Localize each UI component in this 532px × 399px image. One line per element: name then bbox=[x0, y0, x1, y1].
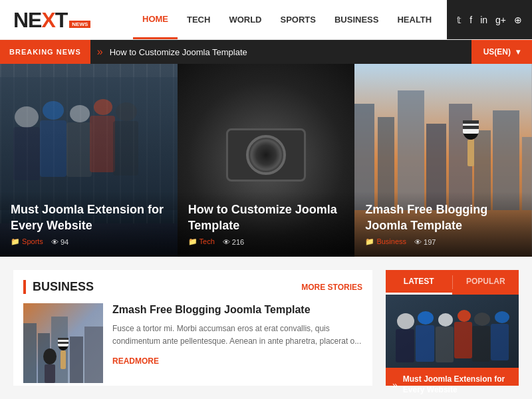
svg-rect-30 bbox=[84, 327, 103, 383]
svg-point-1 bbox=[15, 106, 39, 128]
svg-rect-8 bbox=[66, 122, 92, 177]
lang-label: US(EN) bbox=[483, 47, 511, 57]
hero-panel-3[interactable]: Zmash Free Blogging Joomla Template 📁 Bu… bbox=[354, 64, 532, 257]
svg-rect-22 bbox=[463, 120, 479, 124]
hero-panel-3-category: 📁 Business bbox=[365, 237, 406, 246]
hero-panel-2[interactable]: How to Customize Joomla Template 📁 Tech … bbox=[178, 64, 355, 257]
header: NEXT NEWS HOME TECH WORLD SPORTS BUSINES… bbox=[0, 0, 532, 40]
svg-point-5 bbox=[116, 102, 137, 121]
section-title: BUSINESS bbox=[23, 280, 94, 294]
hero-section: Must Joomla Extension for Every Website … bbox=[0, 64, 532, 257]
sidebar: LATEST POPULAR bbox=[386, 270, 519, 386]
svg-rect-7 bbox=[40, 120, 66, 177]
hero-panel-3-title: Zmash Free Blogging Joomla Template bbox=[365, 202, 521, 233]
svg-point-36 bbox=[43, 348, 57, 364]
svg-point-3 bbox=[70, 105, 90, 122]
nav-world[interactable]: WORLD bbox=[219, 0, 271, 39]
google-plus-icon[interactable]: g+ bbox=[495, 15, 506, 25]
camera-visual bbox=[226, 128, 306, 182]
nav-business[interactable]: BUSINESS bbox=[325, 0, 388, 39]
svg-point-42 bbox=[458, 310, 471, 322]
svg-rect-23 bbox=[463, 126, 479, 129]
sidebar-arrow-icon: » bbox=[392, 380, 398, 390]
logo-text-ne: NEXT bbox=[13, 9, 67, 31]
folder-icon: 📁 bbox=[11, 237, 20, 245]
svg-point-44 bbox=[495, 311, 509, 323]
social-bar: 𝕥 f in g+ ⊕ bbox=[447, 0, 532, 39]
svg-point-2 bbox=[43, 101, 64, 120]
folder-icon-2: 📁 bbox=[188, 237, 198, 245]
logo-area: NEXT NEWS bbox=[0, 9, 133, 31]
nav-tech[interactable]: TECH bbox=[178, 0, 219, 39]
svg-rect-29 bbox=[70, 336, 83, 383]
hero-panel-2-meta: 📁 Tech 👁 216 bbox=[188, 237, 344, 246]
hero-panel-1-category: 📁 Sports bbox=[11, 237, 43, 246]
logo-x: X bbox=[41, 8, 55, 32]
svg-point-40 bbox=[418, 311, 434, 325]
hero-panel-1-overlay: Must Joomla Extension for Every Website … bbox=[0, 192, 178, 257]
eye-icon: 👁 bbox=[51, 238, 59, 246]
svg-rect-50 bbox=[491, 324, 509, 360]
tab-popular[interactable]: POPULAR bbox=[453, 270, 519, 295]
more-stories-link[interactable]: MORE STORIES bbox=[301, 283, 362, 292]
lang-chevron-icon: ▾ bbox=[516, 47, 520, 57]
svg-rect-9 bbox=[90, 116, 115, 172]
article-preview: Zmash Free Blogging Joomla Template Fusc… bbox=[23, 303, 362, 383]
sidebar-article-title: Must Joomla Extension for Every Website bbox=[403, 374, 512, 395]
rss-icon[interactable]: ⊕ bbox=[514, 15, 522, 25]
svg-rect-37 bbox=[45, 364, 55, 383]
hero-panel-2-title: How to Customize Joomla Template bbox=[188, 202, 344, 233]
hero-panel-1-views: 👁 94 bbox=[51, 238, 68, 246]
svg-rect-45 bbox=[396, 329, 414, 362]
logo[interactable]: NEXT NEWS bbox=[13, 9, 133, 31]
nav-home[interactable]: HOME bbox=[133, 0, 178, 39]
thumb-svg bbox=[23, 303, 103, 383]
hero-panel-2-views: 👁 216 bbox=[223, 238, 244, 246]
article-thumbnail[interactable] bbox=[23, 303, 103, 383]
sidebar-image[interactable] bbox=[386, 295, 519, 368]
svg-rect-24 bbox=[467, 140, 474, 166]
hero-panel-2-category: 📁 Tech bbox=[188, 237, 215, 246]
svg-point-41 bbox=[438, 313, 453, 327]
eye-icon-2: 👁 bbox=[223, 238, 230, 246]
section-header: BUSINESS MORE STORIES bbox=[23, 280, 362, 294]
breaking-label: BREAKING NEWS bbox=[0, 40, 90, 64]
hero-panel-1[interactable]: Must Joomla Extension for Every Website … bbox=[0, 64, 178, 257]
svg-rect-35 bbox=[61, 350, 66, 369]
language-button[interactable]: US(EN) ▾ bbox=[471, 40, 532, 64]
main-nav: HOME TECH WORLD SPORTS BUSINESS HEALTH bbox=[133, 0, 447, 39]
logo-badge: NEWS bbox=[69, 21, 90, 28]
svg-rect-26 bbox=[23, 323, 37, 383]
svg-rect-33 bbox=[58, 338, 68, 340]
svg-point-43 bbox=[474, 313, 490, 326]
breaking-arrow-icon: » bbox=[97, 46, 103, 58]
article-title: Zmash Free Blogging Joomla Template bbox=[112, 303, 362, 317]
sidebar-tabs: LATEST POPULAR bbox=[386, 270, 519, 295]
facebook-icon[interactable]: f bbox=[469, 15, 472, 25]
tab-latest[interactable]: LATEST bbox=[386, 270, 452, 295]
svg-rect-6 bbox=[13, 127, 40, 180]
svg-point-4 bbox=[94, 99, 112, 115]
article-body: Zmash Free Blogging Joomla Template Fusc… bbox=[112, 303, 362, 383]
sidebar-image-svg bbox=[386, 295, 519, 368]
readmore-link[interactable]: READMORE bbox=[112, 356, 159, 366]
hero-panel-1-title: Must Joomla Extension for Every Website bbox=[11, 202, 167, 233]
sidebar-article[interactable]: » Must Joomla Extension for Every Websit… bbox=[386, 368, 519, 399]
svg-rect-10 bbox=[113, 121, 138, 176]
eye-icon-3: 👁 bbox=[414, 238, 422, 246]
main-content: BUSINESS MORE STORIES bbox=[13, 270, 372, 386]
svg-rect-47 bbox=[436, 327, 454, 362]
linkedin-icon[interactable]: in bbox=[480, 15, 487, 25]
twitter-icon[interactable]: 𝕥 bbox=[457, 15, 462, 25]
article-excerpt: Fusce a tortor mi. Morbi accumsan eros a… bbox=[112, 323, 362, 348]
nav-health[interactable]: HEALTH bbox=[388, 0, 441, 39]
hero-panel-3-views: 👁 197 bbox=[414, 238, 436, 246]
breaking-news-bar: BREAKING NEWS » How to Customize Joomla … bbox=[0, 40, 532, 64]
folder-icon-3: 📁 bbox=[365, 237, 374, 245]
hero-panel-3-overlay: Zmash Free Blogging Joomla Template 📁 Bu… bbox=[354, 192, 532, 257]
nav-sports[interactable]: SPORTS bbox=[271, 0, 325, 39]
svg-rect-48 bbox=[454, 322, 472, 358]
camera-lens bbox=[246, 135, 286, 175]
content-area: BUSINESS MORE STORIES bbox=[0, 257, 532, 399]
hero-panel-1-meta: 📁 Sports 👁 94 bbox=[11, 237, 167, 246]
